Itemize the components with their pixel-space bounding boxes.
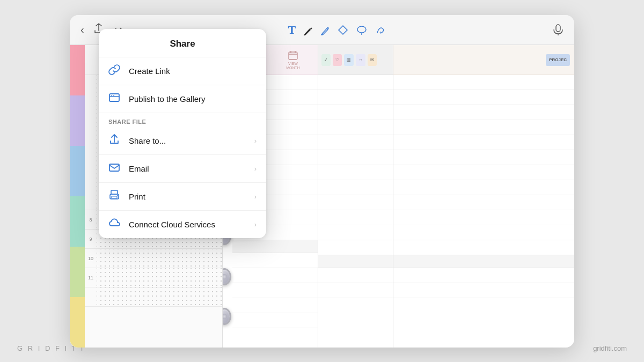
svg-rect-5	[113, 95, 114, 96]
email-label: Email	[129, 164, 254, 173]
sec-row-10	[318, 210, 393, 225]
share-popup: Share Create Link Publish to th	[99, 29, 266, 238]
ipad-frame: ‹ ↩ T	[70, 15, 574, 348]
link-icon	[108, 64, 123, 78]
back-button[interactable]: ‹	[80, 24, 84, 36]
cloud-icon	[108, 217, 123, 232]
share-to-item[interactable]: Share to... ›	[99, 127, 266, 155]
sec-row-11	[318, 225, 393, 240]
right-col-rows	[393, 75, 574, 298]
smudge-tool[interactable]	[375, 24, 387, 36]
text-tool[interactable]: T	[288, 23, 296, 37]
sec-row-1	[318, 75, 393, 90]
cloud-chevron: ›	[254, 220, 257, 228]
publish-gallery-item[interactable]: Publish to the Gallery	[99, 85, 266, 113]
share-to-label: Share to...	[129, 136, 254, 145]
rr-8	[393, 180, 574, 195]
sec-row-4	[318, 120, 393, 135]
rr-6	[393, 150, 574, 165]
pen-tool[interactable]	[303, 24, 313, 36]
rr-14	[393, 283, 574, 298]
email-chevron: ›	[254, 165, 257, 173]
tab-grid[interactable]: ▥	[344, 54, 354, 66]
print-label: Print	[129, 192, 254, 201]
row-dots-11	[97, 268, 222, 287]
sec-row-2	[318, 90, 393, 105]
tab-yellow[interactable]	[70, 297, 85, 348]
ring-6	[223, 268, 231, 285]
email-item[interactable]: Email ›	[99, 155, 266, 183]
cloud-label: Connect Cloud Services	[129, 220, 254, 229]
planner-right: VIEWWEEK VIEWMONTH	[223, 45, 574, 348]
print-item[interactable]: Print ›	[99, 183, 266, 211]
rr-7	[393, 165, 574, 180]
side-tabs	[70, 45, 85, 348]
svg-rect-4	[111, 95, 112, 96]
secondary-col-rows	[318, 75, 393, 298]
tab-mail[interactable]: ✉	[368, 54, 377, 66]
share-title: Share	[99, 29, 266, 57]
svg-point-10	[117, 195, 118, 196]
right-columns: VIEWWEEK VIEWMONTH	[232, 45, 574, 348]
gallery-icon	[108, 92, 123, 106]
sec-row-13	[318, 268, 393, 283]
right-row-12	[232, 283, 318, 298]
publish-gallery-label: Publish to the Gallery	[129, 94, 257, 104]
tab-mint[interactable]	[70, 196, 85, 247]
tab-lavender[interactable]	[70, 95, 85, 146]
right-row-11	[232, 268, 318, 283]
sec-row-14	[318, 283, 393, 298]
share-file-label: SHARE FILE	[99, 113, 266, 127]
calendar-icon	[288, 50, 298, 61]
create-link-label: Create Link	[129, 67, 257, 76]
tab-pink[interactable]	[70, 45, 85, 95]
cloud-item[interactable]: Connect Cloud Services ›	[99, 211, 266, 238]
rr-9	[393, 195, 574, 210]
svg-rect-6	[109, 164, 119, 171]
planner-row-11: 11	[85, 268, 222, 287]
sec-row-6	[318, 150, 393, 165]
share-to-chevron: ›	[254, 137, 257, 145]
rr-13	[393, 268, 574, 283]
rr-12	[393, 240, 574, 255]
rr-11	[393, 225, 574, 240]
tab-check[interactable]: ✓	[321, 54, 331, 66]
tab-blue[interactable]	[70, 146, 85, 196]
planner-row-10: 10	[85, 249, 222, 268]
print-chevron: ›	[254, 193, 257, 201]
toolbar-right	[553, 24, 564, 36]
print-icon	[108, 189, 123, 204]
sec-row-8	[318, 180, 393, 195]
col-secondary: ✓ ♡ ▥ ↔ ✉	[318, 45, 393, 348]
svg-point-0	[357, 26, 366, 33]
ring-7	[223, 308, 231, 325]
svg-rect-1	[556, 25, 560, 32]
tab-heart[interactable]: ♡	[333, 54, 342, 66]
create-link-item[interactable]: Create Link	[99, 57, 266, 85]
col-right: PROJEC	[393, 45, 574, 348]
mic-button[interactable]	[553, 24, 564, 36]
pencil-tool[interactable]	[320, 24, 330, 36]
tab-arrows[interactable]: ↔	[356, 54, 365, 66]
rr-1	[393, 75, 574, 90]
rr-5	[393, 135, 574, 150]
eraser-tool[interactable]	[338, 25, 348, 35]
sec-row-9	[318, 195, 393, 210]
rr-2	[393, 90, 574, 105]
rr-4	[393, 120, 574, 135]
right-row-10	[232, 253, 318, 268]
planner-row-extra	[85, 287, 222, 307]
svg-rect-3	[109, 94, 119, 101]
tab-green[interactable]	[70, 247, 85, 297]
watermark-right: gridfiti.com	[593, 344, 627, 352]
rr-10	[393, 210, 574, 225]
row-num-11: 11	[85, 275, 97, 280]
row-num-10: 10	[85, 256, 97, 261]
toolbar-center: T	[288, 23, 387, 37]
sec-row-3	[318, 105, 393, 120]
lasso-tool[interactable]	[356, 25, 368, 35]
svg-rect-9	[112, 196, 117, 198]
rr-3	[393, 105, 574, 120]
project-tab[interactable]: PROJEC	[546, 54, 570, 66]
row-dots-10	[97, 249, 222, 268]
